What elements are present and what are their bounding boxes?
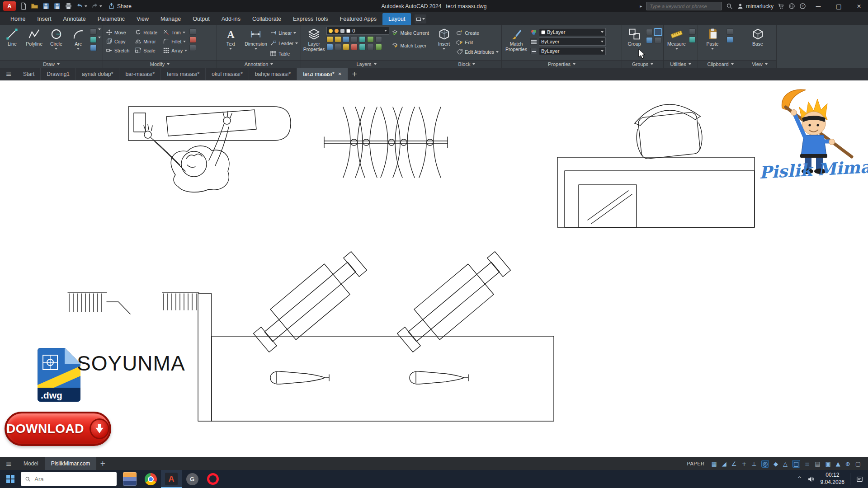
object-color-select[interactable]: ByLayer bbox=[539, 28, 606, 36]
leader-button[interactable]: Leader bbox=[269, 39, 299, 47]
drawing-comb-left[interactable] bbox=[68, 293, 130, 314]
osnap-tracking-icon[interactable] bbox=[783, 461, 788, 467]
customization-gear-icon[interactable] bbox=[845, 461, 850, 467]
ribbon-tab-insert[interactable]: Insert bbox=[31, 13, 57, 25]
chrome-taskbar-icon[interactable] bbox=[140, 470, 161, 488]
group-manager-icon[interactable] bbox=[655, 37, 661, 43]
photo-viewer-taskbar-icon[interactable] bbox=[119, 470, 140, 488]
hatch-icon[interactable] bbox=[90, 45, 97, 51]
panel-label-layers[interactable]: Layers bbox=[301, 60, 432, 68]
autodesk-apps-icon[interactable] bbox=[788, 3, 795, 9]
taskbar-clock[interactable]: 00:12 9.04.2026 bbox=[821, 472, 844, 486]
file-tab-okul-masasi[interactable]: okul masası* bbox=[206, 68, 249, 80]
panel-label-modify[interactable]: Modify bbox=[103, 60, 217, 68]
base-button[interactable]: Base bbox=[745, 27, 770, 47]
ribbon-tab-parametric[interactable]: Parametric bbox=[92, 13, 131, 25]
array-button[interactable]: Array bbox=[162, 46, 188, 55]
ribbon-tab-express-tools[interactable]: Express Tools bbox=[287, 13, 334, 25]
search-options-arrow[interactable] bbox=[640, 4, 642, 9]
match-layer-button[interactable]: Match Layer bbox=[391, 41, 430, 50]
layer-unlock-icon[interactable] bbox=[359, 36, 366, 42]
create-block-button[interactable]: Create bbox=[455, 28, 500, 37]
scale-button[interactable]: Scale bbox=[134, 46, 158, 55]
match-properties-button[interactable]: Match Properties bbox=[504, 27, 529, 52]
file-tab-tenis-masasi[interactable]: tenis masası* bbox=[161, 68, 206, 80]
maximize-button[interactable] bbox=[830, 0, 847, 12]
rectangle-icon[interactable] bbox=[90, 28, 97, 35]
panel-label-groups[interactable]: Groups bbox=[622, 60, 663, 68]
layer-prev-icon[interactable] bbox=[359, 44, 366, 50]
taskbar-search[interactable] bbox=[21, 472, 117, 486]
measure-button[interactable]: Measure bbox=[665, 27, 688, 50]
dimension-button[interactable]: Dimension bbox=[244, 27, 268, 50]
layer-properties-button[interactable]: Layer Properties bbox=[303, 27, 325, 52]
paper-space-indicator[interactable]: PAPER bbox=[687, 461, 704, 466]
ribbon-tab-view[interactable]: View bbox=[131, 13, 155, 25]
lineweight-display-icon[interactable] bbox=[805, 461, 810, 467]
panel-label-clipboard[interactable]: Clipboard bbox=[698, 60, 743, 68]
layer-select[interactable]: 0 bbox=[326, 27, 389, 35]
file-tab-start[interactable]: Start bbox=[17, 68, 41, 80]
panel-label-properties[interactable]: Properties bbox=[502, 60, 622, 68]
erase-icon[interactable] bbox=[189, 28, 196, 35]
redo-button[interactable] bbox=[90, 2, 103, 10]
close-button[interactable] bbox=[851, 0, 867, 12]
drawing-canvas[interactable]: SOYUNMA .dwg DOWNLOAD bbox=[0, 81, 868, 457]
file-tab-terzi-masasi[interactable]: terzi masası* bbox=[297, 68, 348, 80]
fillet-button[interactable]: Fillet bbox=[162, 37, 188, 46]
layout-tab-pislikmimar[interactable]: PislikMimar.com bbox=[45, 457, 97, 470]
layer-lock-tool-icon[interactable] bbox=[351, 36, 358, 42]
new-layout-button[interactable] bbox=[96, 457, 109, 470]
layer-states-icon[interactable] bbox=[367, 44, 374, 50]
layer-freeze-icon[interactable] bbox=[343, 36, 349, 42]
layer-copy-icon[interactable] bbox=[375, 44, 382, 50]
start-button[interactable] bbox=[0, 470, 21, 488]
keyword-search-input[interactable] bbox=[646, 2, 722, 10]
insert-block-button[interactable]: Insert bbox=[434, 27, 454, 50]
cad-drawing[interactable] bbox=[0, 81, 868, 457]
line-button[interactable]: Line bbox=[2, 27, 23, 47]
object-snap-icon[interactable] bbox=[793, 460, 800, 467]
ribbon-tab-addins[interactable]: Add-ins bbox=[216, 13, 246, 25]
notifications-icon[interactable] bbox=[856, 475, 863, 483]
panel-label-annotation[interactable]: Annotation bbox=[217, 60, 301, 68]
search-icon[interactable] bbox=[726, 3, 733, 9]
transparency-icon[interactable] bbox=[815, 461, 820, 467]
app-menu-button[interactable] bbox=[3, 1, 16, 11]
ribbon-tab-home[interactable]: Home bbox=[5, 13, 31, 25]
model-tab[interactable]: Model bbox=[17, 457, 45, 470]
volume-icon[interactable] bbox=[807, 475, 815, 483]
linetype-select[interactable]: ByLayer bbox=[539, 47, 606, 55]
help-icon[interactable] bbox=[799, 3, 806, 9]
download-button[interactable]: DOWNLOAD bbox=[5, 412, 111, 446]
arc-button[interactable]: Arc bbox=[68, 27, 89, 50]
panel-label-block[interactable]: Block bbox=[432, 60, 501, 68]
save-button[interactable] bbox=[42, 2, 50, 10]
layer-walk-icon[interactable] bbox=[375, 36, 382, 42]
cut-icon[interactable] bbox=[726, 28, 733, 35]
panel-label-view[interactable]: View bbox=[743, 60, 776, 68]
gimp-taskbar-icon[interactable] bbox=[182, 470, 203, 488]
infer-constraints-icon[interactable] bbox=[731, 461, 737, 467]
copy-clip-icon[interactable] bbox=[726, 37, 733, 43]
grid-icon[interactable] bbox=[711, 461, 717, 467]
edit-block-button[interactable]: Edit bbox=[455, 38, 500, 47]
make-current-button[interactable]: Make Current bbox=[391, 28, 430, 37]
layer-unisolate-icon[interactable] bbox=[335, 44, 341, 50]
file-tab-drawing1[interactable]: Drawing1 bbox=[41, 68, 76, 80]
share-button[interactable]: Share bbox=[108, 3, 132, 9]
snap-icon[interactable] bbox=[722, 461, 726, 467]
trim-button[interactable]: Trim bbox=[162, 28, 188, 37]
opera-taskbar-icon[interactable] bbox=[203, 470, 223, 488]
isometric-drafting-icon[interactable] bbox=[774, 461, 778, 467]
autocad-taskbar-icon[interactable] bbox=[161, 470, 182, 488]
open-button[interactable] bbox=[30, 2, 39, 10]
file-tab-bar-masasi[interactable]: bar-masası* bbox=[119, 68, 161, 80]
text-button[interactable]: Text bbox=[219, 27, 243, 50]
layer-off-icon[interactable] bbox=[326, 36, 333, 42]
file-tab-aynali-dolap[interactable]: aynalı dolap* bbox=[76, 68, 119, 80]
annotation-scale-icon[interactable] bbox=[836, 461, 840, 467]
ribbon-display-toggle[interactable] bbox=[415, 14, 426, 23]
tray-expand-icon[interactable] bbox=[797, 476, 802, 482]
save-as-button[interactable] bbox=[53, 2, 61, 10]
